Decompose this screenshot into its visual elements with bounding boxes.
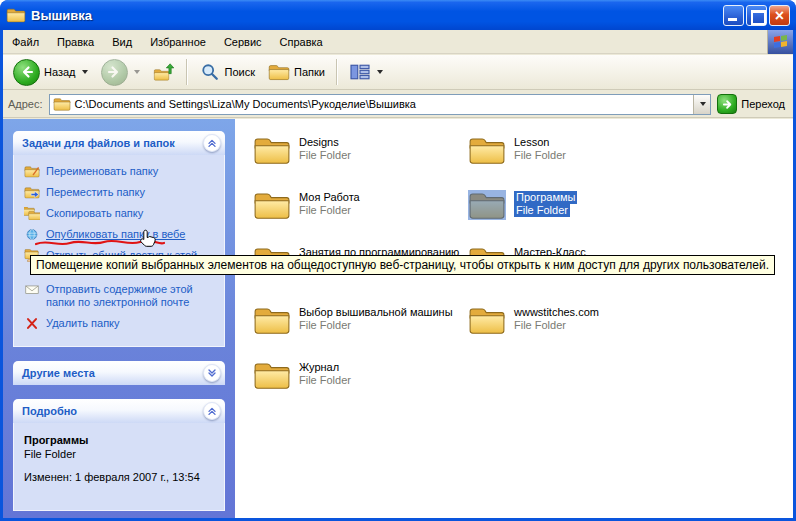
minimize-button[interactable] <box>723 5 744 26</box>
menu-edit[interactable]: Правка <box>48 31 103 53</box>
file-item-wwwstitches[interactable]: wwwstitches.comFile Folder <box>468 305 599 335</box>
other-places-title: Другие места <box>22 367 95 379</box>
task-rename-folder[interactable]: Переименовать папку <box>24 165 218 178</box>
views-button[interactable] <box>344 61 388 83</box>
section-file-tasks: Задачи для файлов и папок Переименовать … <box>13 131 225 347</box>
collapse-chevron-icon[interactable] <box>203 402 221 420</box>
go-label: Переход <box>741 98 785 110</box>
forward-dropdown-caret[interactable] <box>134 70 140 74</box>
file-list: DesignsFile Folder Моя РаботаFile Folder… <box>235 119 793 518</box>
section-details: Подробно Программы File Folder Изменен: … <box>13 399 225 511</box>
up-button[interactable] <box>148 61 180 83</box>
file-item-lesson[interactable]: LessonFile Folder <box>468 135 566 165</box>
copy-icon <box>24 207 40 220</box>
menu-bar: Файл Правка Вид Избранное Сервис Справка <box>3 30 793 54</box>
folders-button[interactable]: Папки <box>263 61 330 83</box>
folder-icon <box>468 135 506 165</box>
menu-help[interactable]: Справка <box>271 31 332 53</box>
task-delete-folder[interactable]: Удалить папку <box>24 317 218 330</box>
back-icon <box>13 59 40 86</box>
folders-label: Папки <box>294 66 325 78</box>
expand-chevron-icon[interactable] <box>203 364 221 382</box>
task-move-folder[interactable]: Переместить папку <box>24 186 218 199</box>
back-dropdown-caret[interactable] <box>82 70 88 74</box>
up-folder-icon <box>153 63 175 81</box>
back-button[interactable]: Назад <box>8 57 93 88</box>
folder-icon <box>253 135 291 165</box>
go-button[interactable]: Переход <box>717 94 788 114</box>
search-label: Поиск <box>225 66 255 78</box>
windows-flag-icon <box>774 35 787 48</box>
window-folder-icon <box>6 7 26 23</box>
task-email-folder[interactable]: Отправить содержимое этой папки по элект… <box>24 283 218 309</box>
menu-file[interactable]: Файл <box>3 31 48 53</box>
forward-button[interactable] <box>96 57 145 88</box>
address-bar: Адрес: C:\Documents and Settings\Liza\My… <box>3 91 793 118</box>
folder-icon <box>253 190 291 220</box>
search-button[interactable]: Поиск <box>194 61 260 83</box>
details-item-name: Программы <box>24 433 218 447</box>
details-header[interactable]: Подробно <box>13 399 225 423</box>
delete-icon <box>24 317 40 330</box>
toolbar: Назад Поиск <box>3 55 793 90</box>
section-other-places: Другие места <box>13 361 225 385</box>
address-input[interactable]: C:\Documents and Settings\Liza\My Docume… <box>49 94 712 115</box>
address-folder-icon <box>53 97 71 111</box>
windows-logo <box>767 30 793 54</box>
views-dropdown-caret[interactable] <box>377 70 383 74</box>
address-label: Адрес: <box>8 98 43 110</box>
rename-icon <box>24 165 40 178</box>
title-bar: Вышивка <box>0 0 796 30</box>
folder-icon <box>253 360 291 390</box>
file-tasks-body: Переименовать папку Переместить папку <box>13 155 225 347</box>
details-body: Программы File Folder Изменен: 1 февраля… <box>13 423 225 511</box>
menu-view[interactable]: Вид <box>103 31 141 53</box>
file-item-moya-rabota[interactable]: Моя РаботаFile Folder <box>253 190 360 220</box>
file-tasks-header[interactable]: Задачи для файлов и папок <box>13 131 225 155</box>
task-copy-folder[interactable]: Скопировать папку <box>24 207 218 220</box>
close-button[interactable] <box>769 5 790 26</box>
toolbar-separator <box>186 59 188 85</box>
folder-icon <box>468 305 506 335</box>
folder-icon-selected <box>468 190 506 220</box>
menu-tools[interactable]: Сервис <box>215 31 271 53</box>
other-places-header[interactable]: Другие места <box>13 361 225 385</box>
menu-favorites[interactable]: Избранное <box>141 31 215 53</box>
toolbar-separator <box>336 59 338 85</box>
file-tasks-title: Задачи для файлов и папок <box>22 137 175 149</box>
back-label: Назад <box>44 66 76 78</box>
file-item-zhurnal[interactable]: ЖурналFile Folder <box>253 360 351 390</box>
file-item-vybor-mashiny[interactable]: Выбор вышивальной машиныFile Folder <box>253 305 453 335</box>
collapse-chevron-icon[interactable] <box>203 134 221 152</box>
content-area: Задачи для файлов и папок Переименовать … <box>3 119 793 518</box>
publish-web-icon <box>24 228 40 241</box>
maximize-button[interactable] <box>746 5 767 26</box>
forward-icon <box>101 59 128 86</box>
views-icon <box>349 63 371 81</box>
file-item-designs[interactable]: DesignsFile Folder <box>253 135 351 165</box>
task-pane: Задачи для файлов и папок Переименовать … <box>3 119 235 518</box>
search-icon <box>199 63 221 81</box>
file-item-programmy[interactable]: ПрограммыFile Folder <box>468 190 577 220</box>
folder-icon <box>253 305 291 335</box>
address-dropdown[interactable] <box>693 95 710 114</box>
go-icon <box>717 94 737 114</box>
details-title: Подробно <box>22 405 77 417</box>
task-publish-folder[interactable]: Опубликовать папку в вебе <box>24 228 218 241</box>
details-item-type: File Folder <box>24 447 218 461</box>
window-title: Вышивка <box>31 8 723 23</box>
explorer-window: Вышивка Файл Правка Вид Избранное Сервис… <box>0 0 796 521</box>
publish-tooltip: Помещение копий выбранных элементов на о… <box>30 255 775 275</box>
address-path: C:\Documents and Settings\Liza\My Docume… <box>71 98 694 110</box>
details-item-modified: Изменен: 1 февраля 2007 г., 13:54 <box>24 470 218 484</box>
move-icon <box>24 186 40 199</box>
email-icon <box>24 283 40 296</box>
folders-icon <box>268 63 290 81</box>
